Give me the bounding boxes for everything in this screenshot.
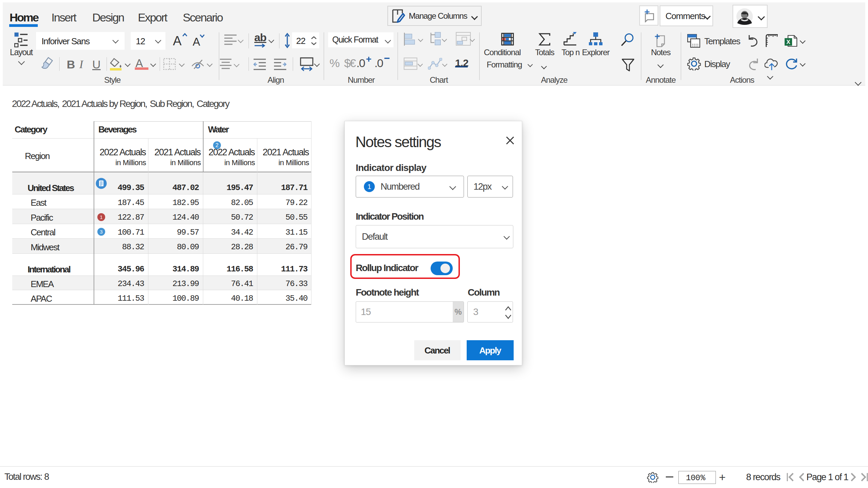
svg-text:X: X (786, 39, 790, 45)
